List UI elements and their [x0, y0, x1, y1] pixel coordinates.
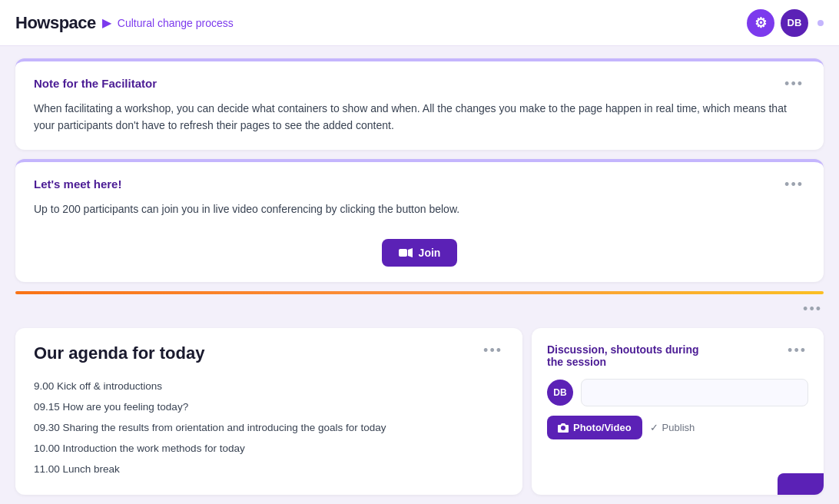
discussion-input-row: DB	[547, 379, 808, 406]
agenda-card: Our agenda for today ••• 9.00 Kick off &…	[15, 328, 522, 495]
bottom-row: Our agenda for today ••• 9.00 Kick off &…	[15, 328, 824, 495]
facilitator-card: Note for the Facilitator ••• When facili…	[15, 58, 824, 150]
notification-dot	[817, 20, 824, 26]
user-avatar[interactable]: DB	[781, 9, 808, 37]
facilitator-more-button[interactable]: •••	[783, 77, 805, 91]
svg-rect-0	[399, 249, 407, 257]
meet-card: Let's meet here! ••• Up to 200 participa…	[15, 159, 824, 282]
list-item: 11.00 Lunch break	[34, 459, 504, 479]
separator-row: •••	[15, 297, 824, 319]
join-label: Join	[419, 247, 441, 259]
breadcrumb-separator: ▶	[102, 15, 111, 30]
publish-button[interactable]: ✓ Publish	[650, 422, 695, 433]
settings-avatar[interactable]: ⚙	[747, 9, 774, 37]
agenda-items-list: 9.00 Kick off & introductions 09.15 How …	[34, 376, 504, 479]
video-icon	[399, 248, 413, 257]
header-right: ⚙ DB	[747, 9, 824, 37]
separator-section: •••	[15, 291, 824, 319]
discussion-avatar: DB	[547, 380, 573, 406]
list-item: 09.15 How are you feeling today?	[34, 396, 504, 417]
purple-bottom-accent	[778, 473, 824, 495]
publish-label: Publish	[662, 422, 695, 433]
breadcrumb-link[interactable]: Cultural change process	[118, 17, 234, 29]
app-logo: Howspace	[15, 13, 96, 33]
separator-more-button[interactable]: •••	[801, 302, 824, 316]
discussion-title: Discussion, shoutouts during the session	[547, 343, 701, 368]
agenda-title: Our agenda for today	[34, 343, 204, 363]
svg-marker-1	[408, 248, 413, 257]
app-header: Howspace ▶ Cultural change process ⚙ DB	[0, 0, 839, 46]
main-content: Note for the Facilitator ••• When facili…	[0, 46, 839, 504]
discussion-action-row: Photo/Video ✓ Publish	[547, 416, 808, 439]
check-icon: ✓	[650, 422, 658, 433]
camera-icon	[558, 423, 569, 433]
discussion-card-header: Discussion, shoutouts during the session…	[547, 343, 808, 379]
list-item: 09.30 Sharing the results from orientati…	[34, 417, 504, 438]
meet-card-header: Let's meet here! •••	[34, 177, 805, 191]
discussion-input[interactable]	[581, 379, 808, 406]
photo-video-button[interactable]: Photo/Video	[547, 416, 642, 439]
list-item: 10.00 Introduction the work methods for …	[34, 438, 504, 459]
facilitator-card-header: Note for the Facilitator •••	[34, 77, 805, 91]
agenda-more-button[interactable]: •••	[482, 343, 504, 357]
meet-more-button[interactable]: •••	[783, 177, 805, 191]
meet-card-body: Up to 200 participants can join you in l…	[34, 201, 805, 217]
join-button[interactable]: Join	[382, 239, 458, 267]
join-button-container: Join	[34, 224, 805, 267]
discussion-more-button[interactable]: •••	[786, 343, 808, 357]
separator-bar	[15, 291, 824, 294]
meet-card-title: Let's meet here!	[34, 177, 121, 191]
discussion-card: Discussion, shoutouts during the session…	[532, 328, 824, 495]
list-item: 9.00 Kick off & introductions	[34, 376, 504, 396]
facilitator-card-title: Note for the Facilitator	[34, 77, 157, 90]
facilitator-card-body: When facilitating a workshop, you can de…	[34, 100, 805, 134]
agenda-card-header: Our agenda for today •••	[34, 343, 504, 376]
photo-btn-label: Photo/Video	[573, 422, 632, 433]
